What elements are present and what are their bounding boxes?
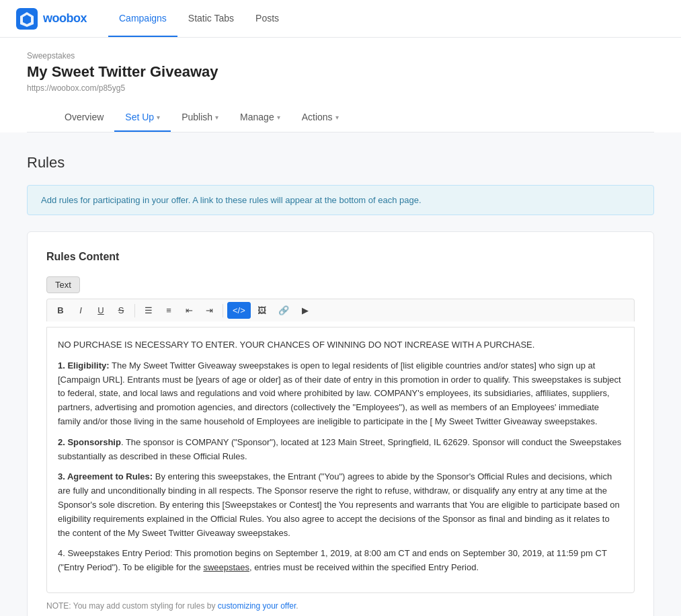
link-button[interactable]: 🔗 — [273, 302, 294, 319]
bold-button[interactable]: B — [51, 302, 70, 319]
outdent-button[interactable]: ⇤ — [179, 302, 198, 319]
nav-campaigns[interactable]: Campaigns — [108, 0, 177, 37]
info-box: Add rules for participating in your offe… — [27, 185, 654, 215]
rules-line-4: 3. Agreement to Rules: By entering this … — [58, 470, 623, 540]
chevron-down-icon: ▾ — [277, 114, 280, 121]
nav-links: Campaigns Static Tabs Posts — [108, 0, 290, 37]
editor-toolbar-top: Text — [46, 276, 635, 293]
image-button[interactable]: 🖼 — [252, 302, 272, 319]
main-content: Rules Add rules for participating in you… — [0, 132, 681, 616]
page-title: My Sweet Twitter Giveaway — [27, 63, 654, 81]
underline-button[interactable]: U — [91, 302, 110, 319]
sub-navigation: Overview Set Up ▾ Publish ▾ Manage ▾ Act… — [27, 104, 654, 132]
nav-static-tabs[interactable]: Static Tabs — [177, 0, 245, 37]
video-button[interactable]: ▶ — [296, 302, 315, 319]
rules-card-title: Rules Content — [46, 251, 635, 263]
rules-section-title: Rules — [27, 154, 654, 171]
rules-line-5: 4. Sweepstakes Entry Period: This promot… — [58, 547, 623, 575]
logo-text: woobox — [43, 11, 87, 26]
note-prefix: NOTE: You may add custom styling for rul… — [46, 601, 218, 611]
strikethrough-button[interactable]: S — [112, 302, 130, 319]
customizing-offer-link[interactable]: customizing your offer — [218, 601, 296, 611]
unordered-list-button[interactable]: ☰ — [139, 302, 158, 319]
chevron-down-icon: ▾ — [157, 114, 160, 121]
toolbar-separator — [134, 304, 135, 317]
subnav-publish[interactable]: Publish ▾ — [171, 104, 229, 132]
text-style-button[interactable]: Text — [46, 276, 80, 293]
top-navigation: woobox Campaigns Static Tabs Posts — [0, 0, 681, 38]
editor-formatting-toolbar: B I U S ☰ ≡ ⇤ ⇥ </> 🖼 🔗 ▶ — [46, 299, 635, 321]
indent-button[interactable]: ⇥ — [200, 302, 218, 319]
subnav-setup[interactable]: Set Up ▾ — [114, 104, 171, 132]
code-button[interactable]: </> — [227, 302, 251, 319]
rules-note: NOTE: You may add custom styling for rul… — [46, 601, 635, 611]
page-header: Sweepstakes My Sweet Twitter Giveaway ht… — [0, 38, 681, 132]
logo[interactable]: woobox — [16, 8, 87, 30]
subnav-actions[interactable]: Actions ▾ — [291, 104, 350, 132]
page-url: https://woobox.com/p85yg5 — [27, 83, 654, 93]
editor-content-area[interactable]: NO PURCHASE IS NECESSARY TO ENTER. YOUR … — [46, 327, 635, 593]
rules-line-1: NO PURCHASE IS NECESSARY TO ENTER. YOUR … — [58, 338, 623, 352]
subnav-overview[interactable]: Overview — [54, 104, 114, 132]
toolbar-separator-2 — [223, 304, 223, 317]
chevron-down-icon: ▾ — [215, 114, 218, 121]
rules-line-3: 2. Sponsorship. The sponsor is COMPANY (… — [58, 436, 623, 464]
note-suffix: . — [296, 601, 298, 611]
subnav-manage[interactable]: Manage ▾ — [229, 104, 291, 132]
text-style-label: Text — [55, 280, 71, 290]
chevron-down-icon: ▾ — [335, 114, 339, 121]
italic-button[interactable]: I — [71, 302, 90, 319]
rules-card: Rules Content Text B I U S ☰ ≡ ⇤ ⇥ </> 🖼… — [27, 231, 654, 616]
breadcrumb: Sweepstakes — [27, 51, 654, 61]
nav-posts[interactable]: Posts — [245, 0, 290, 37]
ordered-list-button[interactable]: ≡ — [159, 302, 178, 319]
rules-line-2: 1. Eligibility: The My Sweet Twitter Giv… — [58, 359, 623, 429]
